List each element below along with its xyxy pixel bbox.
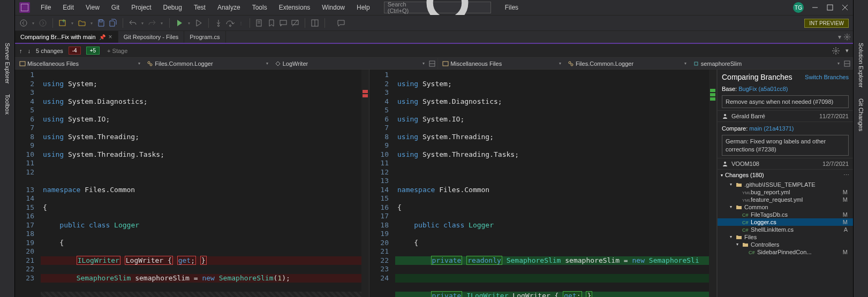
tree-node[interactable]: ▾Controllers [718, 241, 853, 248]
step-over-icon[interactable] [226, 19, 235, 27]
bc-right-member[interactable]: semaphoreSlim▾ [691, 60, 842, 67]
class-icon [568, 60, 574, 67]
nav-back-icon[interactable] [19, 19, 28, 27]
compare-ref-link[interactable]: main (21a41371) [749, 125, 794, 132]
right-code[interactable]: 123456789101112131415161718192021222324 … [369, 70, 716, 297]
right-code-body[interactable]: using System; using System.Diagnostics; … [393, 70, 709, 297]
minimize-icon[interactable] [811, 4, 819, 11]
next-change-icon[interactable]: ↓ [28, 48, 31, 54]
tree-node[interactable]: C#Logger.csM [718, 218, 853, 226]
svg-rect-3 [827, 5, 833, 10]
find-in-files-icon[interactable] [255, 19, 264, 27]
pin-icon[interactable]: 📌 [99, 34, 105, 40]
tree-node[interactable]: C#ShellLinkItem.csA [718, 226, 853, 233]
search-box[interactable]: Search (Ctrl+Q) [384, 2, 491, 13]
redo-icon[interactable] [148, 19, 156, 27]
undo-icon[interactable] [129, 19, 137, 27]
base-ref-link[interactable]: BugFix (a5a01cc8) [738, 86, 788, 92]
menu-window[interactable]: Window [316, 2, 350, 13]
tab-overflow-dd[interactable]: ▾ [838, 33, 841, 41]
split-icon[interactable] [429, 60, 435, 67]
right-overview-strip[interactable] [709, 70, 716, 297]
right-diff-pane: 123456789101112131415161718192021222324 … [369, 70, 717, 297]
changes-tree[interactable]: ▾.github\ISSUE_TEMPLATEYMLbug_report.yml… [718, 181, 853, 297]
prev-change-icon[interactable]: ↑ [19, 48, 22, 54]
bc-right-project[interactable]: Miscellaneous Files▾ [440, 60, 563, 67]
nav-fwd-icon[interactable] [39, 19, 47, 27]
left-code[interactable]: 1234567891011121314151617181920212223 us… [15, 70, 369, 297]
redo-dd[interactable]: ▾ [160, 21, 164, 26]
open-icon[interactable] [78, 19, 86, 27]
start-dd[interactable]: ▾ [187, 21, 191, 26]
menu-extensions[interactable]: Extensions [274, 2, 316, 13]
changes-twisty-icon[interactable]: ▾ [721, 173, 723, 178]
tree-node[interactable]: YMLbug_report.ymlM [718, 188, 853, 196]
rail-solution-explorer[interactable]: Solution Explorer [858, 43, 864, 88]
split-icon[interactable] [844, 60, 850, 67]
tree-node[interactable]: ▾Common [718, 203, 853, 211]
menu-tools[interactable]: Tools [247, 2, 273, 13]
menu-git[interactable]: Git [106, 2, 125, 13]
start-icon[interactable] [175, 19, 184, 27]
tree-node[interactable]: C#FileTagsDb.csM [718, 211, 853, 218]
tree-node[interactable]: C#SidebarPinnedCon...M [718, 248, 853, 256]
rail-git-changes[interactable]: Git Changes [858, 98, 864, 131]
feedback-icon[interactable] [337, 19, 345, 27]
menu-debug[interactable]: Debug [158, 2, 187, 13]
comment-icon[interactable] [279, 19, 288, 27]
stage-button[interactable]: + Stage [107, 48, 127, 54]
maximize-icon[interactable] [826, 4, 834, 11]
tab-git-repo[interactable]: Git Repository - Files [118, 31, 185, 43]
bc-right-class[interactable]: Files.Common.Logger▾ [565, 60, 689, 67]
diff-workarea: 1234567891011121314151617181920212223 us… [15, 70, 853, 297]
diff-settings-dd[interactable]: ▾ [846, 47, 849, 54]
uncomment-icon[interactable] [291, 19, 299, 27]
start-nodebug-icon[interactable] [194, 19, 203, 27]
bookmark-icon[interactable] [267, 19, 276, 27]
tree-node[interactable]: ▾Files [718, 233, 853, 241]
rail-server-explorer[interactable]: Server Explorer [4, 43, 11, 83]
tree-node[interactable]: ▾.github\ISSUE_TEMPLATE [718, 181, 853, 188]
lines-added-badge: +5 [86, 47, 100, 55]
bc-left-class[interactable]: Files.Common.Logger▾ [145, 60, 270, 67]
layout-icon[interactable] [311, 19, 319, 27]
left-code-body[interactable]: using System; using System.Diagnostics; … [39, 70, 361, 297]
svg-rect-11 [100, 20, 102, 22]
menu-file[interactable]: File [35, 2, 56, 13]
nav-back-dd[interactable]: ▾ [31, 21, 35, 26]
user-avatar[interactable]: TG [793, 2, 804, 13]
bc-left-project[interactable]: Miscellaneous Files▾ [17, 60, 142, 67]
menu-view[interactable]: View [80, 2, 105, 13]
menu-project[interactable]: Project [126, 2, 156, 13]
save-all-icon[interactable] [109, 19, 117, 27]
switch-branches-link[interactable]: Switch Branches [805, 74, 849, 80]
tree-node[interactable]: YMLfeature_request.ymlM [718, 196, 853, 203]
menu-analyze[interactable]: Analyze [212, 2, 246, 13]
new-project-dd[interactable]: ▾ [70, 21, 74, 26]
changes-more-icon[interactable]: ⋯ [843, 172, 850, 179]
tab-close-icon[interactable]: × [109, 33, 112, 41]
rail-toolbox[interactable]: Toolbox [4, 94, 11, 115]
close-icon[interactable] [841, 4, 849, 11]
changes-count: 5 changes [36, 48, 63, 54]
left-overview-strip[interactable] [361, 70, 369, 297]
tab-settings-icon[interactable] [843, 33, 851, 41]
tab-label: Git Repository - Files [124, 34, 179, 40]
menu-test[interactable]: Test [188, 2, 211, 13]
tab-program-cs[interactable]: Program.cs [184, 31, 225, 43]
tab-comparing[interactable]: Comparing Br...Fix with main 📌 × [15, 31, 118, 43]
step-into-icon[interactable] [214, 19, 223, 27]
svg-line-33 [570, 63, 571, 64]
compare-date: 12/7/2021 [822, 161, 849, 167]
diff-settings-icon[interactable] [832, 47, 840, 55]
new-project-icon[interactable] [58, 19, 67, 27]
undo-dd[interactable]: ▾ [140, 21, 145, 26]
menubar: File Edit View Git Project Debug Test An… [15, 0, 853, 15]
save-icon[interactable] [97, 19, 105, 27]
menu-edit[interactable]: Edit [57, 2, 79, 13]
main-toolbar: ▾ ▾ ▾ ▾ ▾ ▾ ⋮ INT PREVIEW [15, 15, 853, 31]
bc-left-member[interactable]: LogWriter▾ [273, 60, 427, 67]
open-dd[interactable]: ▾ [89, 21, 94, 26]
menu-help[interactable]: Help [351, 2, 375, 13]
svg-point-12 [218, 25, 220, 27]
